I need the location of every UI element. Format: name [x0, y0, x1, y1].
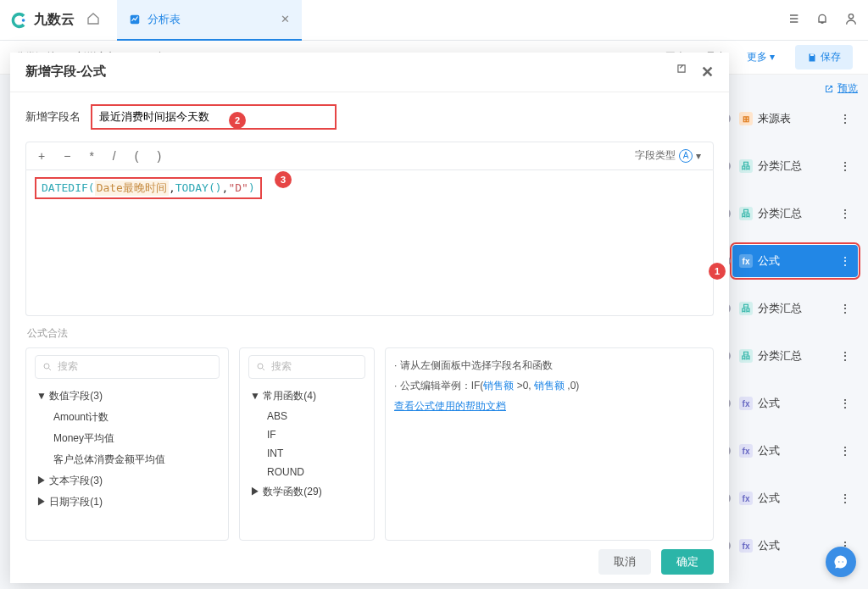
op-rp[interactable]: ) [157, 149, 161, 163]
bell-icon[interactable] [815, 12, 829, 28]
group-icon: 品 [739, 159, 753, 173]
close-icon[interactable]: ✕ [281, 13, 290, 25]
user-icon[interactable] [844, 12, 858, 28]
op-minus[interactable]: − [64, 149, 70, 163]
tree-group[interactable]: ▶ 文本字段(3) [35, 470, 220, 492]
home-icon[interactable] [86, 12, 100, 28]
tab-label: 分析表 [147, 12, 181, 27]
chevron-down-icon: ▾ [696, 150, 701, 162]
workflow-node-label: 来源表 [758, 111, 791, 126]
annotation-badge-2: 2 [229, 112, 246, 129]
svg-point-2 [849, 14, 853, 19]
tree-item[interactable]: Money平均值 [35, 428, 220, 449]
close-icon[interactable]: ✕ [701, 63, 714, 81]
workflow-node[interactable]: 品分类汇总⋮ [732, 197, 858, 230]
formula-expression: DATEDIF( Date最晚时间 , TODAY() , "D" ) [35, 177, 262, 199]
ok-button[interactable]: 确定 [661, 549, 714, 575]
tree-group[interactable]: ▼ 常用函数(4) [248, 386, 365, 407]
more-icon[interactable]: ⋮ [839, 207, 851, 220]
workflow-node[interactable]: 品分类汇总⋮ [732, 292, 858, 325]
field-name-label: 新增字段名 [25, 109, 81, 125]
more-icon[interactable]: ⋮ [839, 444, 851, 458]
cancel-button[interactable]: 取消 [598, 549, 651, 575]
tree-item[interactable]: Amount计数 [35, 407, 220, 428]
tree-item[interactable]: ROUND [248, 463, 365, 481]
support-fab[interactable] [826, 547, 856, 577]
more-icon[interactable]: ⋮ [839, 254, 851, 268]
workflow-node[interactable]: fx公式⋮ [732, 245, 858, 277]
fx-icon: fx [739, 254, 753, 268]
workflow-node[interactable]: 品分类汇总⋮ [732, 150, 858, 182]
tree-group[interactable]: ▶ 数学函数(29) [248, 481, 365, 503]
help-line-1: · 请从左侧面板中选择字段名和函数 [394, 355, 704, 375]
workflow-node-label: 公式 [758, 491, 780, 506]
svg-rect-3 [810, 53, 814, 56]
workflow-node[interactable]: ⊞来源表⋮ [732, 103, 858, 135]
fields-search[interactable]: 搜索 [35, 355, 220, 379]
preview-link[interactable]: 预览 [732, 81, 858, 96]
save-button[interactable]: 保存 [795, 45, 853, 69]
tree-group[interactable]: ▶ 日期字段(1) [35, 492, 220, 513]
fields-panel: 搜索 ▼ 数值字段(3)Amount计数Money平均值客户总体消费金额平均值▶… [25, 347, 229, 541]
field-name-row: 新增字段名 [25, 104, 714, 130]
more-icon[interactable]: ⋮ [839, 492, 851, 505]
help-line-2: · 公式编辑举例：IF(销售额 >0, 销售额 ,0) [394, 375, 704, 396]
group-icon: 品 [739, 207, 753, 220]
tree-item[interactable]: ABS [248, 407, 365, 425]
op-lp[interactable]: ( [135, 149, 139, 163]
popout-icon[interactable] [676, 63, 687, 81]
svg-point-4 [44, 364, 49, 369]
op-div[interactable]: / [113, 149, 116, 163]
workflow-node-label: 公式 [758, 396, 780, 411]
source-icon: ⊞ [739, 112, 753, 125]
workflow-node-label: 公式 [758, 443, 780, 458]
topbar-right [787, 12, 858, 28]
field-name-input[interactable] [91, 104, 337, 130]
op-plus[interactable]: + [38, 149, 45, 163]
more-icon[interactable]: ⋮ [839, 159, 851, 173]
help-panel: · 请从左侧面板中选择字段名和函数 · 公式编辑举例：IF(销售额 >0, 销售… [385, 347, 714, 541]
tree-group[interactable]: ▼ 数值字段(3) [35, 386, 220, 407]
more-icon[interactable]: ⋮ [839, 349, 851, 363]
svg-point-5 [258, 364, 263, 369]
op-mult[interactable]: * [89, 149, 93, 163]
modal-header: 新增字段-公式 ✕ [10, 53, 729, 92]
more-icon[interactable]: ⋮ [839, 302, 851, 315]
field-type-selector[interactable]: 字段类型 A ▾ [635, 148, 701, 163]
topbar: 九数云 分析表 ✕ [0, 0, 868, 41]
fx-icon: fx [739, 539, 753, 553]
more-icon[interactable]: ⋮ [839, 397, 851, 410]
help-doc-link[interactable]: 查看公式使用的帮助文档 [394, 400, 506, 412]
operator-bar: + − * / ( ) 字段类型 A ▾ [25, 142, 714, 170]
workflow-node-label: 分类汇总 [758, 158, 802, 174]
modal-title: 新增字段-公式 [25, 64, 106, 80]
workflow-node[interactable]: fx公式⋮ [732, 387, 858, 420]
workflow-node-label: 分类汇总 [758, 348, 802, 364]
group-icon: 品 [739, 302, 753, 315]
workflow-node-label: 公式 [758, 253, 780, 269]
svg-point-0 [22, 19, 25, 22]
validation-status: 公式合法 [27, 326, 712, 341]
search-icon [256, 362, 266, 372]
workflow-node[interactable]: 品分类汇总⋮ [732, 340, 858, 372]
tree-item[interactable]: INT [248, 444, 365, 463]
functions-search[interactable]: 搜索 [248, 355, 365, 379]
search-icon [42, 362, 53, 372]
tree-item[interactable]: 客户总体消费金额平均值 [35, 449, 220, 470]
fx-icon: fx [739, 444, 753, 458]
workflow-node[interactable]: fx公式⋮ [732, 435, 858, 467]
tree-item[interactable]: IF [248, 425, 365, 444]
workflow-panel: 预览 ⊞来源表⋮品分类汇总⋮品分类汇总⋮fx公式⋮品分类汇总⋮品分类汇总⋮fx公… [732, 81, 858, 577]
svg-point-7 [843, 561, 844, 563]
brand-logo: 九数云 [10, 11, 75, 30]
modal-footer: 取消 确定 [10, 541, 729, 583]
formula-editor[interactable]: DATEDIF( Date最晚时间 , TODAY() , "D" ) [25, 170, 714, 316]
workflow-node[interactable]: fx公式⋮ [732, 482, 858, 514]
list-icon[interactable] [787, 12, 800, 28]
fx-icon: fx [739, 492, 753, 505]
tab-analysis[interactable]: 分析表 ✕ [117, 0, 302, 41]
sec-more-link[interactable]: 更多 ▾ [747, 50, 775, 64]
more-icon[interactable]: ⋮ [839, 112, 851, 125]
annotation-badge-3: 3 [275, 171, 292, 188]
chart-icon [129, 14, 141, 25]
